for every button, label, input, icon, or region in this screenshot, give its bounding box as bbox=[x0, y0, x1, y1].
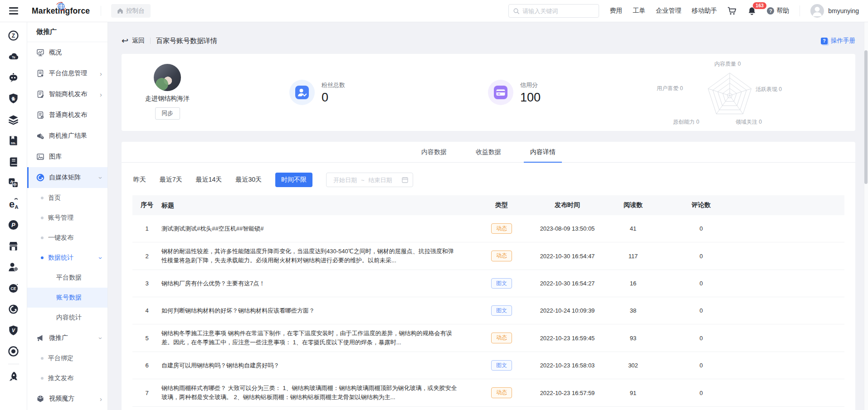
sidebar-item-data-stats[interactable]: 数据统计› bbox=[27, 248, 107, 268]
fans-label: 粉丝总数 bbox=[322, 81, 345, 89]
sidebar-item-account-mgmt[interactable]: 账号管理 bbox=[27, 208, 107, 228]
layers-icon[interactable] bbox=[0, 109, 27, 130]
brand-logo[interactable]: Marketingforce bbox=[27, 6, 101, 16]
table-row[interactable]: 5钢结构冬季施工注意事项 钢构件在常温下制作，在零下温度安装时，由于工作温度的差… bbox=[132, 324, 844, 352]
chevron-down-icon: › bbox=[98, 337, 104, 339]
tab-content-data[interactable]: 内容数据 bbox=[415, 142, 453, 162]
page-scrollbar[interactable] bbox=[864, 22, 868, 410]
tab-content-detail[interactable]: 内容详情 bbox=[524, 142, 562, 162]
sidebar-item-platform-data[interactable]: 平台数据 bbox=[27, 268, 107, 288]
sync-button[interactable]: 同步 bbox=[155, 107, 180, 120]
cart-icon[interactable] bbox=[727, 6, 737, 15]
date-range-picker[interactable]: ~ bbox=[326, 173, 413, 187]
type-badge: 图文 bbox=[491, 305, 512, 316]
chevron-right-icon: › bbox=[100, 396, 102, 402]
topbar: Marketingforce 控制台 费用 工单 企业管理 移动助手 163 ?… bbox=[0, 0, 868, 22]
media-matrix-icon bbox=[36, 174, 44, 182]
account-radar-chart: 内容质量 0 活跃表现 0 领域关注 0 原创能力 0 用户喜爱 0 bbox=[655, 57, 805, 129]
record-circle-icon[interactable] bbox=[0, 341, 27, 362]
credit-score-stat: 信用分 100 bbox=[488, 80, 541, 105]
ssl-book-icon[interactable]: SSL bbox=[0, 130, 27, 152]
user-menu[interactable]: bmyunying bbox=[810, 4, 859, 18]
shop-icon[interactable] bbox=[0, 236, 27, 257]
radar-label-content-quality: 内容质量 0 bbox=[714, 60, 741, 68]
divider bbox=[800, 5, 800, 16]
chevron-right-icon: › bbox=[100, 70, 102, 77]
fans-icon bbox=[289, 80, 315, 105]
table-row[interactable]: 2钢材的耐温性较差，其许多性能随温度升降而变化，当温度达到430-540℃之间时… bbox=[132, 242, 844, 270]
type-badge: 动态 bbox=[491, 387, 512, 398]
back-button[interactable]: ↩ 返回 bbox=[122, 37, 145, 45]
q-target-icon[interactable] bbox=[0, 299, 27, 320]
start-date-input[interactable] bbox=[331, 177, 359, 183]
sidebar-item-one-key-publish[interactable]: 一键发布 bbox=[27, 228, 107, 248]
filter-last-30-days[interactable]: 最近30天 bbox=[235, 176, 262, 184]
nav-mobile-assistant[interactable]: 移动助手 bbox=[692, 7, 717, 15]
chevron-down-icon: › bbox=[98, 177, 104, 179]
v-shield-icon[interactable]: V bbox=[0, 320, 27, 341]
account-name: 走进钢结构海洋 bbox=[136, 95, 199, 103]
contacts-icon[interactable] bbox=[0, 257, 27, 278]
keyword-search[interactable] bbox=[508, 4, 599, 18]
sidebar-item-micro-promo[interactable]: 微推广› bbox=[27, 328, 107, 348]
table-row[interactable]: 7钢结构雨棚样式有哪些？ 大致可以分为三类： 1、钢结构玻璃雨棚：钢结构玻璃雨棚… bbox=[132, 379, 844, 407]
search-input[interactable] bbox=[522, 8, 595, 14]
sidebar-item-normal-publish[interactable]: 普通商机发布 bbox=[27, 105, 107, 125]
te-cloud-icon[interactable]: Te bbox=[0, 46, 27, 68]
sidebar-item-promo-results[interactable]: 商机推广结果 bbox=[27, 125, 107, 146]
nav-workorder[interactable]: 工单 bbox=[633, 7, 645, 15]
end-date-input[interactable] bbox=[366, 177, 395, 183]
table-row[interactable]: 4如何判断钢结构材料的好坏？钢结构材料应该看哪些方面？ 图文 2022-10-2… bbox=[132, 297, 844, 324]
nav-enterprise[interactable]: 企业管理 bbox=[656, 7, 681, 15]
p-circle-icon[interactable]: P bbox=[0, 215, 27, 236]
overview-chart-icon bbox=[36, 48, 44, 57]
manual-book-icon: ? bbox=[821, 38, 828, 44]
manual-link[interactable]: ? 操作手册 bbox=[821, 37, 855, 45]
scrollbar-thumb[interactable] bbox=[864, 50, 868, 184]
translate-icon[interactable]: A中 bbox=[0, 173, 27, 194]
table-row[interactable]: 3钢结构厂房有什么优势？主要有这7点！ 图文 2022-10-30 16:54:… bbox=[132, 270, 844, 297]
robot-chat-icon[interactable] bbox=[0, 67, 27, 88]
sidebar-item-gallery[interactable]: 图库 bbox=[27, 146, 107, 167]
breadcrumb: ↩ 返回 百家号账号数据详情 ? 操作手册 bbox=[122, 34, 855, 48]
sidebar-item-platform-binding[interactable]: 平台绑定 bbox=[27, 348, 107, 368]
sidebar-item-home[interactable]: 首页 bbox=[27, 188, 107, 208]
divider bbox=[8, 364, 19, 364]
hamburger-menu-icon[interactable] bbox=[0, 7, 27, 14]
calendar-icon[interactable] bbox=[402, 177, 408, 183]
sidebar-item-overview[interactable]: 概况 bbox=[27, 42, 107, 63]
filter-last-14-days[interactable]: 最近14天 bbox=[196, 176, 222, 184]
svg-text:SSL: SSL bbox=[11, 142, 16, 145]
tab-revenue-data[interactable]: 收益数据 bbox=[469, 142, 507, 162]
z-logo-icon[interactable]: Z bbox=[0, 25, 27, 46]
sidebar-item-platform-info[interactable]: 平台信息管理› bbox=[27, 63, 107, 84]
ea-browser-icon[interactable]: eA bbox=[0, 193, 27, 215]
table-row[interactable]: 6自建房可以用钢结构吗？钢结构自建房好吗？ 图文 2022-10-23 16:5… bbox=[132, 352, 844, 379]
username: bmyunying bbox=[828, 7, 859, 14]
doc-gear-icon bbox=[36, 69, 44, 77]
filter-yesterday[interactable]: 昨天 bbox=[133, 176, 146, 184]
notebook-icon[interactable] bbox=[0, 151, 27, 173]
cube-icon bbox=[36, 395, 44, 403]
sidebar-item-video-cube[interactable]: 视频魔方› bbox=[27, 388, 107, 409]
notifications-bell[interactable]: 163 bbox=[747, 6, 756, 16]
filter-last-7-days[interactable]: 最近7天 bbox=[160, 176, 182, 184]
console-button[interactable]: 控制台 bbox=[111, 4, 151, 18]
date-separator: ~ bbox=[361, 177, 365, 183]
help-link[interactable]: ? 帮助 bbox=[767, 7, 789, 15]
data-tabs: 内容数据 收益数据 内容详情 bbox=[122, 142, 855, 163]
sidebar-item-content-stats[interactable]: 内容统计 bbox=[27, 308, 107, 328]
filter-unlimited-time[interactable]: 时间不限 bbox=[275, 173, 312, 187]
radar-label-user-favor: 用户喜爱 0 bbox=[657, 85, 683, 92]
sidebar-item-smart-publish[interactable]: 智能商机发布› bbox=[27, 84, 107, 105]
credit-value: 100 bbox=[520, 91, 541, 105]
table-row[interactable]: 1测试测试测试#枕头##空压机##智能锁# 动态 2023-08-09 13:5… bbox=[132, 215, 844, 242]
nav-fees[interactable]: 费用 bbox=[610, 7, 622, 15]
sidebar-item-tweet-publish[interactable]: 推文发布 bbox=[27, 368, 107, 388]
time-filters: 昨天 最近7天 最近14天 最近30天 时间不限 ~ bbox=[122, 163, 855, 195]
ce-circle-icon[interactable]: CE bbox=[0, 278, 27, 299]
sidebar-item-media-matrix[interactable]: 自媒体矩阵› bbox=[27, 167, 107, 188]
rocket-icon[interactable] bbox=[0, 366, 27, 387]
sidebar-item-account-data[interactable]: 账号数据 bbox=[27, 288, 107, 308]
shield-bei-icon[interactable]: 备 bbox=[0, 88, 27, 110]
